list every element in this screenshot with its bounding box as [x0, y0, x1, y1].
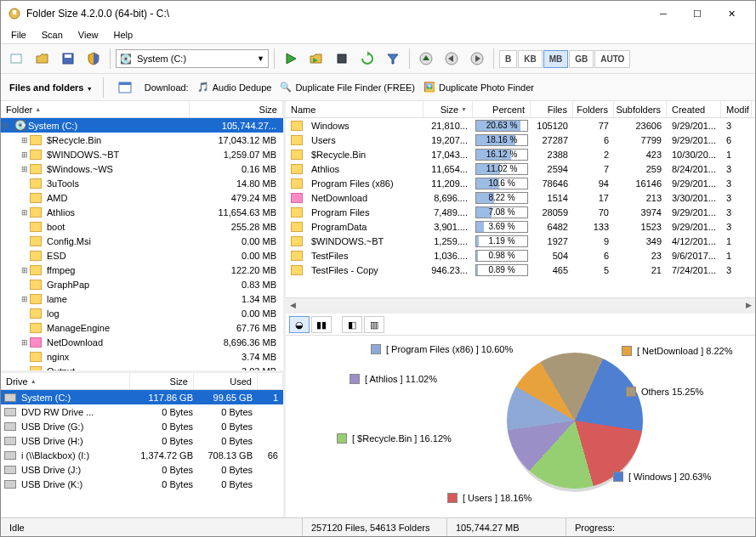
nav-up-button[interactable] — [415, 48, 437, 70]
unit-gb-button[interactable]: GB — [569, 50, 594, 68]
close-button[interactable]: ✕ — [714, 3, 748, 24]
duplicate-photo-finder-link[interactable]: 🖼️Duplicate Photo Finder — [423, 82, 534, 93]
tree-row[interactable]: ⊞$Windows.~WS0.16 MB — [1, 161, 283, 176]
maximize-button[interactable]: ☐ — [680, 3, 714, 24]
menu-help[interactable]: Help — [106, 28, 139, 42]
shield-button[interactable] — [82, 48, 105, 70]
tree-row[interactable]: log0.00 MB — [1, 306, 283, 320]
tree-row[interactable]: ⊞$Recycle.Bin17,043.12 MB — [1, 133, 283, 147]
list-rows[interactable]: Windows 21,810... 20.63 % 105120 77 2360… — [286, 118, 755, 297]
list-row[interactable]: Windows 21,810... 20.63 % 105120 77 2360… — [286, 118, 755, 133]
list-header-modified[interactable]: Modif — [721, 101, 752, 117]
list-header-created[interactable]: Created — [667, 101, 721, 117]
drives-header-size[interactable]: Size — [130, 373, 194, 389]
drives-header-pct[interactable] — [258, 373, 283, 389]
tree-row[interactable]: Output3.03 MB — [1, 364, 283, 370]
nav-back-button[interactable] — [441, 48, 463, 70]
list-row[interactable]: $Recycle.Bin 17,043... 16.12 % 2388 2 42… — [286, 147, 755, 161]
drive-row[interactable]: i (\\Blackbox) (I:)1,374.72 GB708.13 GB6… — [1, 448, 283, 462]
tree-row[interactable]: ⊞$WINDOWS.~BT1,259.07 MB — [1, 147, 283, 161]
list-header-subfolders[interactable]: Subfolders — [614, 101, 667, 117]
expand-icon[interactable]: ⊞ — [20, 150, 30, 159]
drive-row[interactable]: USB Drive (G:)0 Bytes0 Bytes — [1, 419, 283, 433]
tree-row[interactable]: 3uTools14.80 MB — [1, 176, 283, 190]
files-folders-dropdown[interactable]: Files and folders ▼ — [9, 82, 93, 93]
list-header-percent[interactable]: Percent — [473, 101, 531, 117]
tree-header-size[interactable]: Size — [190, 101, 283, 117]
new-scan-button[interactable] — [6, 48, 28, 70]
bar-chart-tab[interactable]: ▮▮ — [311, 316, 332, 333]
list-row[interactable]: NetDownload 8,696.... 8.22 % 1514 17 213… — [286, 190, 755, 205]
pie-chart-tab[interactable]: ◒ — [289, 316, 310, 333]
menu-view[interactable]: View — [71, 28, 105, 42]
duplicate-file-finder-link[interactable]: 🔍Duplicate File Finder (FREE) — [280, 82, 415, 93]
drive-rows[interactable]: System (C:)117.86 GB99.65 GB1DVD RW Driv… — [1, 390, 283, 517]
menu-scan[interactable]: Scan — [35, 28, 70, 42]
expand-icon[interactable]: ⊞ — [20, 165, 30, 173]
list-row[interactable]: Users 19,207... 18.16 % 27287 6 7799 9/2… — [286, 133, 755, 147]
drive-row[interactable]: USB Drive (K:)0 Bytes0 Bytes — [1, 477, 283, 491]
tree-row[interactable]: ManageEngine67.76 MB — [1, 320, 283, 335]
nav-forward-button[interactable] — [466, 48, 488, 70]
minimize-button[interactable]: ─ — [646, 3, 680, 24]
expand-icon[interactable]: ⊞ — [20, 136, 30, 144]
tree-root-row[interactable]: ⊟💽System (C:)105,744.27... — [1, 118, 283, 133]
drive-selector[interactable]: 💽 System (C:) ▼ — [116, 49, 269, 68]
tree-row[interactable]: GraphPap0.83 MB — [1, 277, 283, 291]
drive-size: 0 Bytes — [139, 407, 198, 417]
unit-kb-button[interactable]: KB — [518, 50, 542, 68]
tree-row[interactable]: ⊞ffmpeg122.20 MB — [1, 263, 283, 277]
play-button[interactable] — [280, 48, 302, 70]
tree-row[interactable]: Config.Msi0.00 MB — [1, 234, 283, 248]
menu-file[interactable]: File — [4, 28, 33, 42]
open-button[interactable] — [31, 48, 54, 70]
tree-rows[interactable]: ⊟💽System (C:)105,744.27...⊞$Recycle.Bin1… — [1, 118, 283, 370]
list-header-folders[interactable]: Folders — [573, 101, 614, 117]
drive-row[interactable]: USB Drive (J:)0 Bytes0 Bytes — [1, 462, 283, 477]
scroll-right-icon[interactable]: ▶ — [742, 301, 755, 309]
list-row[interactable]: TestFiles 1,036.... 0.98 % 504 6 23 9/6/… — [286, 248, 755, 263]
list-row[interactable]: Program Files (x86) 11,209... 10.6 % 786… — [286, 176, 755, 190]
expand-icon[interactable]: ⊞ — [20, 266, 30, 274]
unit-mb-button[interactable]: MB — [543, 50, 569, 68]
explorer-button[interactable] — [114, 76, 136, 99]
save-button[interactable] — [57, 48, 79, 70]
drive-row[interactable]: USB Drive (H:)0 Bytes0 Bytes — [1, 433, 283, 448]
expand-icon[interactable]: ⊞ — [20, 208, 30, 217]
collapse-icon[interactable]: ⊟ — [1, 122, 11, 130]
tree-row[interactable]: ⊞NetDownload8,696.36 MB — [1, 335, 283, 349]
refresh-button[interactable] — [356, 48, 378, 70]
scan-folder-button[interactable] — [305, 48, 327, 70]
scroll-left-icon[interactable]: ◀ — [286, 301, 299, 309]
unit-b-button[interactable]: B — [499, 50, 517, 68]
tree-row[interactable]: ESD0.00 MB — [1, 248, 283, 263]
list-row[interactable]: Program Files 7,489.... 7.08 % 28059 70 … — [286, 205, 755, 219]
drive-row[interactable]: DVD RW Drive ...0 Bytes0 Bytes — [1, 404, 283, 419]
audio-dedupe-link[interactable]: 🎵Audio Dedupe — [197, 82, 272, 93]
stop-button[interactable] — [331, 48, 353, 70]
expand-icon[interactable]: ⊞ — [20, 338, 30, 347]
list-row[interactable]: ProgramData 3,901.... 3.69 % 6482 133 15… — [286, 219, 755, 234]
list-header-files[interactable]: Files — [531, 101, 573, 117]
tree-row[interactable]: ⊞lame1.34 MB — [1, 291, 283, 306]
tree-row[interactable]: AMD479.24 MB — [1, 190, 283, 205]
list-header-size[interactable]: Size▼ — [423, 101, 473, 117]
tree-row[interactable]: boot255.28 MB — [1, 219, 283, 234]
horizontal-scrollbar[interactable]: ◀ ▶ — [286, 297, 755, 311]
expand-icon[interactable]: ⊞ — [20, 295, 30, 303]
list-row[interactable]: $WINDOWS.~BT 1,259.... 1.19 % 1927 9 349… — [286, 234, 755, 248]
tree-row[interactable]: ⊞Athlios11,654.63 MB — [1, 205, 283, 219]
drives-header-used[interactable]: Used — [194, 373, 258, 389]
list-row[interactable]: TestFiles - Copy 946.23... 0.89 % 465 5 … — [286, 263, 755, 277]
drive-row[interactable]: System (C:)117.86 GB99.65 GB1 — [1, 390, 283, 404]
list-row[interactable]: Athlios 11,654... 11.02 % 2594 7 259 8/2… — [286, 161, 755, 176]
chart-option-1-tab[interactable]: ◧ — [342, 316, 362, 333]
chart-option-2-tab[interactable]: ▥ — [364, 316, 384, 333]
filter-button[interactable] — [382, 48, 404, 70]
tree-header-folder[interactable]: Folder▲ — [1, 101, 190, 117]
tree-row[interactable]: nginx3.74 MB — [1, 349, 283, 364]
list-header-name[interactable]: Name — [286, 101, 423, 117]
chart-tabs: ◒ ▮▮ ◧ ▥ — [286, 314, 755, 336]
unit-auto-button[interactable]: AUTO — [594, 50, 630, 68]
drives-header-drive[interactable]: Drive▲ — [1, 373, 130, 389]
